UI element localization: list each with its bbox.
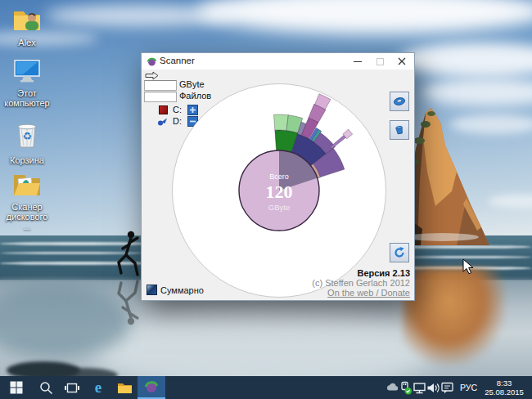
clock-date: 25.08.2015: [483, 388, 525, 397]
usb-safely-remove-icon: [399, 381, 413, 395]
cloud-icon: [385, 382, 398, 394]
language-indicator[interactable]: РУС: [454, 383, 483, 392]
pointer-arrow-icon: [145, 71, 160, 80]
taskbar: e: [0, 376, 532, 399]
title-bar[interactable]: Scanner: [142, 53, 414, 69]
cloud: [45, 5, 233, 26]
window-client: GByte Файлов C: D:: [142, 69, 414, 300]
folder-icon: [117, 381, 133, 394]
summary-toggle[interactable]: Суммарно: [147, 285, 204, 295]
close-icon: [391, 53, 413, 69]
chart-segment-green-child-left[interactable]: [274, 114, 289, 131]
folder-image-icon: [11, 171, 43, 197]
desktop-icon-recycle-bin[interactable]: ♻ Корзина: [2, 119, 52, 165]
mouse-cursor: [462, 258, 475, 276]
icon-label: Сканер дискового ...: [2, 202, 52, 231]
network-tray-icon[interactable]: [413, 381, 426, 395]
zoom-out-button[interactable]: [390, 92, 409, 111]
task-view-button[interactable]: [59, 376, 85, 399]
maximize-button[interactable]: [370, 53, 391, 69]
chart-center-value: 120: [266, 182, 293, 202]
recycle-view-button[interactable]: [390, 120, 409, 140]
chart-center-title: Всего: [269, 173, 289, 181]
desktop-icon-user-folder[interactable]: Alex: [2, 7, 52, 47]
drive-d-icon: [157, 117, 168, 127]
this-pc-icon: [11, 59, 43, 83]
copyright-text: (c) Steffen Gerlach 2012: [312, 278, 410, 288]
refresh-icon: [392, 245, 407, 260]
scanner-app-icon: [144, 379, 159, 394]
about-block: Версия 2.13 (c) Steffen Gerlach 2012 On …: [312, 268, 410, 298]
speaker-icon: [426, 381, 440, 395]
start-button[interactable]: [0, 376, 33, 399]
icon-label: Этот компьютер: [2, 88, 52, 108]
search-button[interactable]: [33, 376, 59, 399]
version-text: Версия 2.13: [312, 268, 410, 278]
disk-usage-sunburst: Всего 120 GByte: [171, 83, 387, 299]
drive-c-color-swatch: [159, 105, 168, 114]
donut-icon: [391, 95, 408, 108]
system-tray: РУС 8:33 25.08.2015: [385, 376, 532, 399]
user-folder-icon: [11, 7, 43, 33]
edge-button[interactable]: e: [85, 376, 111, 399]
desktop-icon-this-pc[interactable]: Этот компьютер: [2, 59, 52, 108]
close-button[interactable]: [391, 53, 413, 69]
usb-tray-icon[interactable]: [399, 381, 413, 395]
window-title: Scanner: [160, 56, 195, 65]
chart-center-unit: GByte: [268, 203, 290, 212]
minimize-button[interactable]: [347, 53, 368, 69]
search-icon: [39, 381, 53, 395]
summary-label: Суммарно: [160, 285, 204, 295]
windows-logo-icon: [10, 381, 23, 394]
task-view-icon: [65, 382, 79, 394]
clock[interactable]: 8:33 25.08.2015: [483, 379, 529, 397]
scanner-window: Scanner GByte Файлов C:: [141, 52, 415, 301]
network-icon: [413, 381, 426, 395]
scanner-taskbar-button[interactable]: [138, 376, 165, 399]
edge-icon: e: [95, 379, 101, 397]
desktop-icon-scanner-folder[interactable]: Сканер дискового ...: [2, 171, 52, 231]
summary-icon: [147, 285, 157, 295]
onedrive-tray-icon[interactable]: [385, 382, 399, 394]
web-donate-link[interactable]: On the web / Donate: [327, 288, 410, 298]
icon-label: Корзина: [2, 155, 52, 165]
action-center-icon: [440, 381, 454, 395]
rescan-button[interactable]: [390, 243, 409, 262]
svg-text:♻: ♻: [22, 130, 32, 142]
bucket-icon: [392, 123, 407, 137]
volume-tray-icon[interactable]: [426, 381, 440, 395]
recycle-bin-icon: ♻: [11, 119, 43, 150]
icon-label: Alex: [2, 38, 52, 47]
action-center-tray-icon[interactable]: [440, 381, 454, 395]
desktop: Alex Этот компьютер ♻ Корзина: [0, 0, 532, 399]
clock-time: 8:33: [483, 379, 525, 388]
cliff-reflection: [403, 268, 505, 365]
file-explorer-button[interactable]: [111, 376, 138, 399]
scanner-app-icon: [147, 56, 157, 67]
